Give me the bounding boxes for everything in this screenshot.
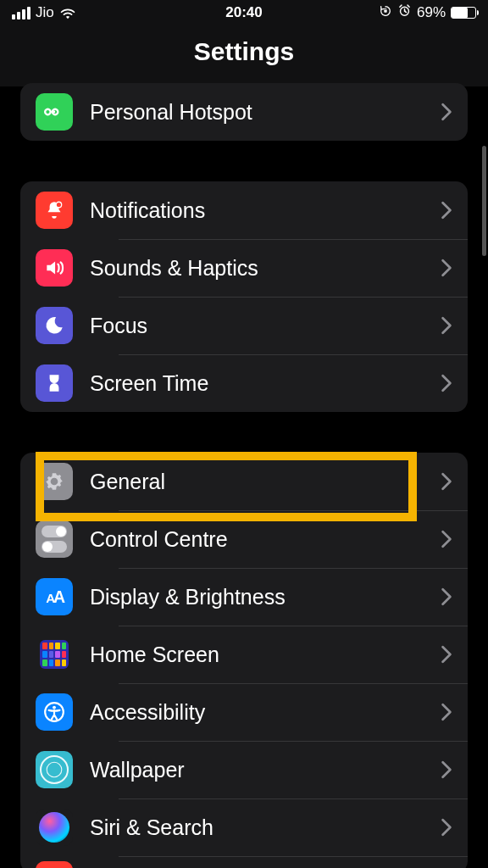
battery-icon <box>451 7 476 19</box>
notifications-icon <box>36 192 73 229</box>
row-partial-next[interactable] <box>20 856 468 868</box>
row-label: Focus <box>90 314 441 338</box>
row-display-brightness[interactable]: AA Display & Brightness <box>20 568 468 626</box>
row-screen-time[interactable]: Screen Time <box>20 354 468 412</box>
chevron-right-icon <box>441 530 452 548</box>
row-label: Home Screen <box>90 643 441 667</box>
page-title: Settings <box>0 37 488 66</box>
row-personal-hotspot[interactable]: Personal Hotspot <box>20 83 468 141</box>
hotspot-icon <box>36 93 73 131</box>
chevron-right-icon <box>441 259 452 277</box>
row-label: Control Centre <box>90 527 441 552</box>
row-general[interactable]: General <box>20 453 468 510</box>
sounds-icon <box>36 249 73 287</box>
settings-group-device: General Control Centre AA Display & Brig… <box>20 453 468 868</box>
svg-point-7 <box>53 706 56 709</box>
screen-time-icon <box>36 364 73 402</box>
chevron-right-icon <box>441 760 452 779</box>
chevron-right-icon <box>441 201 452 220</box>
chevron-right-icon <box>441 645 452 664</box>
chevron-right-icon <box>441 103 452 121</box>
row-label: Personal Hotspot <box>90 100 441 125</box>
page-header: Settings <box>0 25 488 86</box>
settings-list: Personal Hotspot Notifications Sounds & … <box>0 83 488 868</box>
cellular-signal-icon <box>12 7 30 19</box>
row-accessibility[interactable]: Accessibility <box>20 683 468 741</box>
chevron-right-icon <box>441 703 452 721</box>
row-focus[interactable]: Focus <box>20 297 468 354</box>
status-bar: Jio 20:40 69% <box>0 0 488 25</box>
row-home-screen[interactable]: Home Screen <box>20 626 468 683</box>
chevron-right-icon <box>441 472 452 491</box>
svg-point-2 <box>56 202 62 208</box>
row-control-centre[interactable]: Control Centre <box>20 510 468 568</box>
row-label: Screen Time <box>90 371 441 396</box>
general-icon <box>36 463 73 500</box>
scroll-indicator[interactable] <box>482 146 486 256</box>
wallpaper-icon <box>36 751 73 788</box>
status-left: Jio <box>12 4 76 21</box>
partial-icon <box>36 861 73 868</box>
svg-text:A: A <box>53 587 65 606</box>
display-icon: AA <box>36 578 73 615</box>
row-siri-search[interactable]: Siri & Search <box>20 798 468 856</box>
status-right: 69% <box>379 3 476 22</box>
chevron-right-icon <box>441 818 452 837</box>
row-label: Display & Brightness <box>90 585 441 609</box>
siri-icon <box>36 809 73 846</box>
row-label: General <box>90 470 441 494</box>
settings-group-attention: Notifications Sounds & Haptics Focus Scr… <box>20 181 468 412</box>
row-sounds-haptics[interactable]: Sounds & Haptics <box>20 239 468 297</box>
wifi-icon <box>59 7 76 19</box>
row-label: Sounds & Haptics <box>90 256 441 281</box>
row-label: Siri & Search <box>90 815 441 840</box>
chevron-right-icon <box>441 374 452 392</box>
row-label: Accessibility <box>90 700 441 725</box>
focus-icon <box>36 307 73 344</box>
status-time: 20:40 <box>225 4 262 21</box>
alarm-icon <box>397 3 412 22</box>
carrier-label: Jio <box>36 4 54 21</box>
orientation-lock-icon <box>379 4 392 22</box>
row-notifications[interactable]: Notifications <box>20 181 468 239</box>
settings-group-connectivity: Personal Hotspot <box>20 83 468 141</box>
chevron-right-icon <box>441 587 452 606</box>
row-label: Wallpaper <box>90 758 441 782</box>
row-label: Notifications <box>90 198 441 223</box>
chevron-right-icon <box>441 316 452 335</box>
row-wallpaper[interactable]: Wallpaper <box>20 741 468 798</box>
svg-point-3 <box>52 479 57 484</box>
battery-percent: 69% <box>417 4 446 21</box>
svg-rect-0 <box>384 9 386 12</box>
home-screen-icon <box>36 636 73 673</box>
accessibility-icon <box>36 693 73 731</box>
control-centre-icon <box>36 520 73 558</box>
